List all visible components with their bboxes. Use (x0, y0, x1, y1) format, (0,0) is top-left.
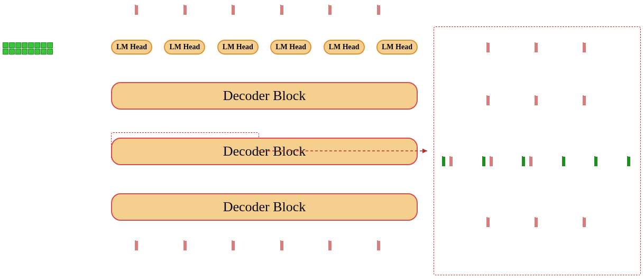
extra-green-token (562, 157, 568, 166)
green-cell (41, 49, 47, 55)
detail-token (583, 43, 589, 52)
detail-token (535, 96, 541, 105)
green-cell (34, 42, 40, 48)
kv-pair (482, 157, 496, 166)
value-token (449, 157, 456, 166)
extra-green-token (594, 157, 601, 166)
kv-pair (442, 157, 456, 166)
decoder-block: Decoder Block (111, 193, 418, 221)
green-cell (22, 42, 27, 48)
output-token (183, 5, 190, 15)
detail-token (583, 218, 589, 227)
input-token-row (111, 241, 407, 250)
output-token (328, 5, 335, 15)
input-token (377, 241, 383, 250)
lm-head: LM Head (111, 40, 152, 55)
lm-head: LM Head (324, 40, 365, 55)
green-cell (9, 49, 15, 55)
output-token-row (111, 5, 407, 15)
value-token (490, 157, 496, 166)
lm-head: LM Head (164, 40, 205, 55)
lm-head: LM Head (270, 40, 311, 55)
key-token (442, 157, 448, 166)
green-cell (41, 42, 47, 48)
green-cell (47, 42, 53, 48)
zoom-detail-panel (434, 26, 641, 275)
output-token (280, 5, 287, 15)
detail-row-output (434, 43, 641, 52)
green-cell (3, 42, 8, 48)
decoder-block: Decoder Block (111, 82, 418, 110)
green-cell (47, 49, 53, 55)
output-token (377, 5, 383, 15)
extra-green-token (627, 157, 633, 166)
detail-row-hidden (434, 96, 641, 105)
output-token (232, 5, 238, 15)
detail-token (535, 43, 541, 52)
output-token (135, 5, 141, 15)
detail-token (486, 43, 493, 52)
detail-token (486, 218, 493, 227)
detail-row-input (434, 218, 641, 227)
value-token (529, 157, 536, 166)
prefix-tokens-grid (3, 42, 53, 55)
input-token (328, 241, 335, 250)
green-cell (15, 42, 21, 48)
green-cell (22, 49, 27, 55)
input-token (183, 241, 190, 250)
key-token (482, 157, 489, 166)
detail-row-attention (434, 157, 641, 166)
green-cell (34, 49, 40, 55)
kv-pair (522, 157, 536, 166)
detail-token (535, 218, 541, 227)
detail-token (583, 96, 589, 105)
green-cell (15, 49, 21, 55)
green-cell (3, 49, 8, 55)
zoom-arrow (258, 143, 438, 159)
key-token (522, 157, 528, 166)
input-token (135, 241, 141, 250)
lm-head-row: LM Head LM Head LM Head LM Head LM Head … (111, 40, 418, 55)
green-cell (28, 49, 34, 55)
input-token (232, 241, 238, 250)
lm-head: LM Head (217, 40, 259, 55)
lm-head: LM Head (376, 40, 418, 55)
green-cell (28, 42, 34, 48)
input-token (280, 241, 287, 250)
detail-token (486, 96, 493, 105)
green-cell (9, 42, 15, 48)
